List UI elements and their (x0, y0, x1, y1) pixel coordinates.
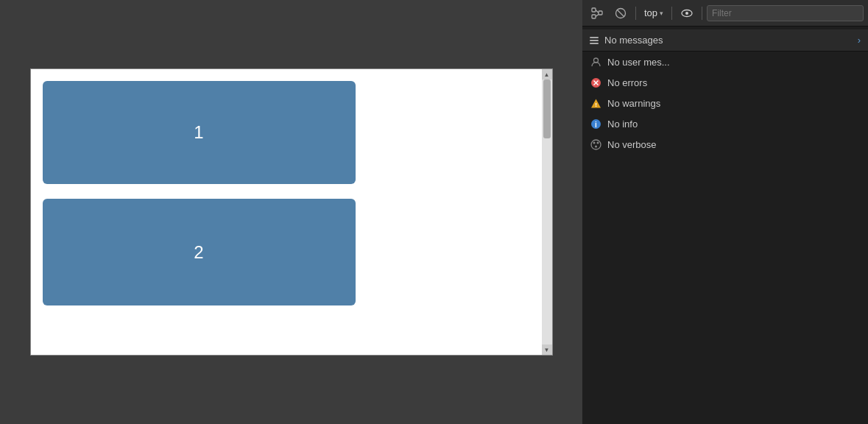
svg-point-19 (595, 145, 597, 147)
warning-icon: ! (590, 97, 601, 109)
toolbar: top ▾ (582, 0, 868, 26)
filter-input[interactable] (707, 5, 864, 21)
canvas-box-1-label: 1 (194, 122, 203, 143)
no-messages-row[interactable]: No messages › (582, 29, 868, 52)
top-label: top (644, 7, 657, 18)
message-list: No messages › No user mes... No (582, 26, 868, 424)
svg-rect-0 (592, 8, 596, 12)
message-item-info[interactable]: i No info (582, 113, 868, 134)
svg-rect-1 (592, 15, 596, 18)
top-dropdown-chevron: ▾ (660, 10, 663, 17)
svg-point-17 (593, 141, 595, 144)
canvas-scrollbar[interactable]: ▲ ▼ (542, 69, 552, 355)
scroll-arrow-up-icon[interactable]: ▲ (542, 69, 552, 80)
canvas-content: 1 2 (31, 69, 552, 317)
info-icon: i (590, 118, 601, 130)
no-user-messages-label: No user mes... (607, 57, 670, 68)
no-errors-label: No errors (607, 77, 647, 88)
svg-line-6 (617, 10, 624, 17)
svg-point-16 (591, 140, 601, 149)
eye-button[interactable] (677, 4, 697, 23)
svg-point-8 (685, 12, 688, 15)
hierarchy-button[interactable] (587, 4, 607, 23)
no-warnings-label: No warnings (607, 98, 660, 109)
no-verbose-label: No verbose (607, 139, 656, 150)
canvas-box-1: 1 (43, 81, 356, 184)
hamburger-icon (590, 37, 599, 44)
expand-arrow-icon: › (858, 35, 861, 46)
block-button[interactable] (610, 4, 631, 23)
right-panel: top ▾ No messages › (582, 0, 868, 424)
svg-point-18 (596, 141, 599, 144)
user-icon (590, 56, 601, 68)
no-info-label: No info (607, 119, 638, 130)
scroll-arrow-down-icon[interactable]: ▼ (542, 344, 552, 355)
block-icon (615, 7, 627, 19)
canvas-area: 1 2 ▲ ▼ (0, 0, 582, 424)
message-item-verbose[interactable]: No verbose (582, 134, 868, 155)
canvas-box-2: 2 (43, 199, 356, 305)
eye-icon (681, 7, 693, 19)
scroll-thumb[interactable] (543, 80, 551, 138)
error-icon (590, 77, 601, 88)
verbose-icon (590, 138, 601, 150)
message-item-warning[interactable]: ! No warnings (582, 93, 868, 113)
hierarchy-icon (591, 7, 603, 19)
top-dropdown-button[interactable]: top ▾ (641, 6, 667, 20)
message-item-error[interactable]: No errors (582, 72, 868, 93)
toolbar-separator-3 (702, 7, 702, 20)
toolbar-separator-2 (671, 7, 672, 20)
svg-rect-2 (599, 11, 602, 15)
svg-text:i: i (595, 120, 597, 128)
canvas-box-2-label: 2 (194, 242, 203, 263)
message-item-user[interactable]: No user mes... (582, 52, 868, 72)
svg-text:!: ! (595, 101, 597, 107)
toolbar-separator-1 (635, 7, 636, 20)
canvas-frame: 1 2 ▲ ▼ (30, 68, 553, 356)
no-messages-label: No messages (604, 35, 663, 46)
